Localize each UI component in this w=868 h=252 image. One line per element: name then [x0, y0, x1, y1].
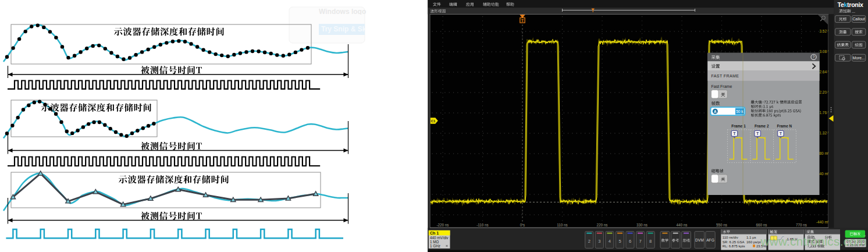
svg-text:440 ns: 440 ns — [677, 223, 688, 227]
svg-text:6: 6 — [629, 239, 631, 244]
svg-text:1 MΩ: 1 MΩ — [430, 240, 439, 244]
svg-text:-220 ns: -220 ns — [436, 223, 449, 227]
svg-text:”: ” — [863, 234, 866, 242]
svg-text:Tektronix: Tektronix — [838, 1, 864, 8]
svg-text:Frame N: Frame N — [777, 124, 792, 128]
svg-text:Frame 1: Frame 1 — [731, 124, 746, 128]
svg-text:2: 2 — [588, 239, 590, 244]
svg-text:Fast Frame: Fast Frame — [712, 84, 732, 88]
svg-text:DVM: DVM — [695, 238, 704, 242]
svg-text:110 ns: 110 ns — [557, 223, 567, 227]
svg-text:T: T — [521, 19, 524, 23]
svg-text:7: 7 — [639, 239, 641, 244]
svg-text:...: ... — [852, 9, 855, 13]
svg-text:More...: More... — [852, 56, 865, 60]
svg-text:T: T — [756, 132, 759, 136]
svg-text:RL: 6.875 kpts: RL: 6.875 kpts — [723, 244, 745, 248]
svg-text:Ch 1: Ch 1 — [430, 231, 439, 235]
svg-text:1 GHz: 1 GHz — [430, 244, 440, 248]
svg-text:SR: 6.25 GSA: SR: 6.25 GSA — [723, 240, 745, 244]
svg-text:4: 4 — [609, 239, 611, 244]
svg-text:0 s: 0 s — [520, 223, 525, 227]
svg-text:550 ns: 550 ns — [716, 223, 727, 227]
svg-text:330 ns: 330 ns — [636, 223, 648, 227]
svg-text:3: 3 — [598, 239, 600, 244]
svg-text:T: T — [780, 132, 782, 136]
svg-text:A: A — [714, 109, 717, 113]
svg-text:FAST FRAME: FAST FRAME — [712, 74, 739, 78]
svg-text:8: 8 — [649, 239, 652, 244]
svg-text:110 ns/div: 110 ns/div — [723, 236, 738, 239]
svg-text:C1: C1 — [431, 119, 436, 123]
svg-text:50 k: 50 k — [736, 109, 744, 113]
svg-text:440 mV/div: 440 mV/div — [430, 236, 449, 240]
svg-text:T: T — [733, 132, 736, 136]
svg-text:www.cntronics.com: www.cntronics.com — [760, 235, 867, 248]
svg-text:220 ns: 220 ns — [597, 223, 608, 227]
svg-text:5: 5 — [618, 239, 621, 244]
svg-text:Callout: Callout — [852, 17, 865, 21]
svg-text:770 ns: 770 ns — [796, 223, 807, 227]
svg-text:1.1 µs: 1.1 µs — [746, 236, 756, 239]
svg-text:?: ? — [813, 55, 815, 59]
svg-text:160 ps/pt: 160 ps/pt — [746, 240, 761, 244]
svg-text:-110 ns: -110 ns — [476, 223, 489, 227]
svg-text:660 ns: 660 ns — [756, 223, 767, 227]
svg-text:Frame 2: Frame 2 — [755, 124, 769, 128]
svg-text:AFG: AFG — [706, 238, 714, 242]
